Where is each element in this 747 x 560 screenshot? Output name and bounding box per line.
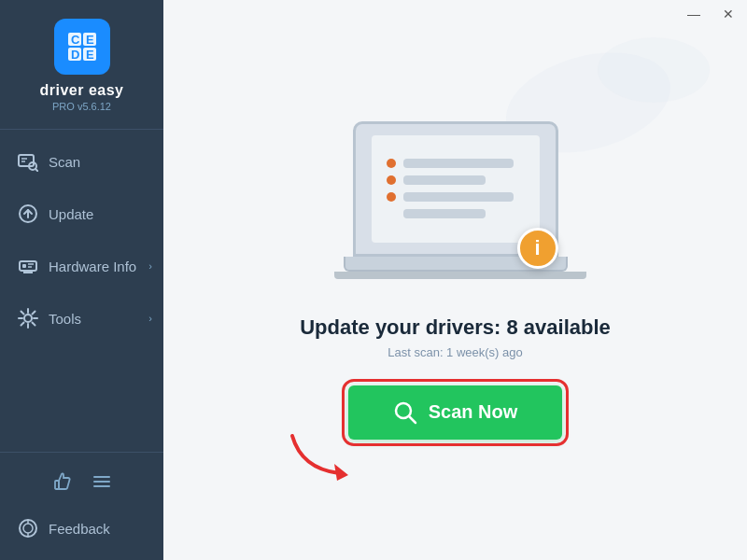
screen-dot-2 xyxy=(387,175,396,185)
app-version: PRO v5.6.12 xyxy=(52,101,111,112)
hardware-info-label: Hardware Info xyxy=(49,259,136,274)
laptop-screen-inner xyxy=(372,135,540,243)
scan-now-label: Scan Now xyxy=(429,401,518,423)
scan-now-button[interactable]: Scan Now xyxy=(348,385,563,440)
svg-line-10 xyxy=(35,169,38,172)
svg-point-36 xyxy=(23,524,33,533)
driver-easy-logo-svg: C E D E xyxy=(64,29,100,64)
laptop-foot xyxy=(334,272,586,279)
screen-line-3 xyxy=(403,192,514,202)
svg-rect-31 xyxy=(55,481,59,489)
sidebar-item-scan[interactable]: Scan xyxy=(0,135,163,188)
sidebar-item-update[interactable]: Update xyxy=(0,188,163,240)
svg-rect-8 xyxy=(19,155,34,166)
screen-dot-1 xyxy=(387,159,396,168)
update-title: Update your drivers: 8 available xyxy=(300,315,611,340)
feedback-label: Feedback xyxy=(49,521,110,537)
close-button[interactable]: ✕ xyxy=(717,5,740,23)
hardware-info-chevron: › xyxy=(148,260,152,272)
svg-line-30 xyxy=(21,323,24,326)
sidebar: C E D E driver easy PRO v5.6.12 xyxy=(0,0,163,560)
update-icon xyxy=(17,203,39,225)
app-name: driver easy xyxy=(39,82,123,99)
svg-marker-41 xyxy=(334,464,348,481)
app-container: — ✕ C E D E driver easy PRO v5.6.12 xyxy=(0,0,747,560)
svg-text:C: C xyxy=(71,33,80,47)
bg-shape-2 xyxy=(598,37,710,103)
sidebar-item-tools[interactable]: Tools › xyxy=(0,292,163,344)
svg-text:E: E xyxy=(86,48,94,62)
screen-row-1 xyxy=(387,159,525,168)
screen-dot-3 xyxy=(387,192,396,202)
scan-label: Scan xyxy=(49,154,80,170)
screen-line-1 xyxy=(403,159,514,168)
titlebar: — ✕ xyxy=(682,0,747,28)
last-scan-text: Last scan: 1 week(s) ago xyxy=(388,345,523,359)
svg-point-22 xyxy=(24,315,32,322)
update-label: Update xyxy=(49,206,93,222)
screen-row-3 xyxy=(387,192,525,202)
info-badge: i xyxy=(517,228,558,269)
svg-rect-16 xyxy=(22,264,26,268)
svg-rect-15 xyxy=(20,261,36,271)
arrow-svg xyxy=(274,408,358,483)
logo-area: C E D E driver easy PRO v5.6.12 xyxy=(0,0,163,130)
screen-line-2 xyxy=(403,175,486,185)
sidebar-item-feedback[interactable]: Feedback xyxy=(0,508,163,549)
svg-text:E: E xyxy=(86,33,94,47)
sidebar-bottom: Feedback xyxy=(0,452,163,560)
thumbs-up-icon[interactable] xyxy=(52,471,73,497)
svg-text:D: D xyxy=(71,48,79,62)
list-icon[interactable] xyxy=(92,471,112,497)
svg-line-27 xyxy=(21,312,24,315)
svg-line-40 xyxy=(409,416,416,423)
hardware-icon xyxy=(17,255,39,277)
bottom-icons-row xyxy=(0,464,163,508)
svg-line-28 xyxy=(33,323,35,326)
sidebar-nav: Scan Update xyxy=(0,130,163,452)
scan-search-icon xyxy=(393,400,417,425)
tools-label: Tools xyxy=(49,311,81,327)
screen-line-4 xyxy=(403,209,486,218)
logo-icon: C E D E xyxy=(54,19,110,75)
sidebar-item-hardware-info[interactable]: Hardware Info › xyxy=(0,240,163,292)
arrow-container xyxy=(274,408,358,486)
main-content: i Update your drivers: 8 available Last … xyxy=(163,0,747,560)
tools-chevron: › xyxy=(148,313,152,324)
feedback-icon xyxy=(17,517,39,539)
minimize-button[interactable]: — xyxy=(682,5,706,23)
svg-line-29 xyxy=(33,312,35,315)
scan-icon xyxy=(17,150,39,173)
screen-row-2 xyxy=(387,175,525,185)
laptop-illustration: i xyxy=(334,121,577,289)
scan-btn-wrapper: Scan Now xyxy=(348,385,563,440)
tools-icon xyxy=(17,307,39,329)
